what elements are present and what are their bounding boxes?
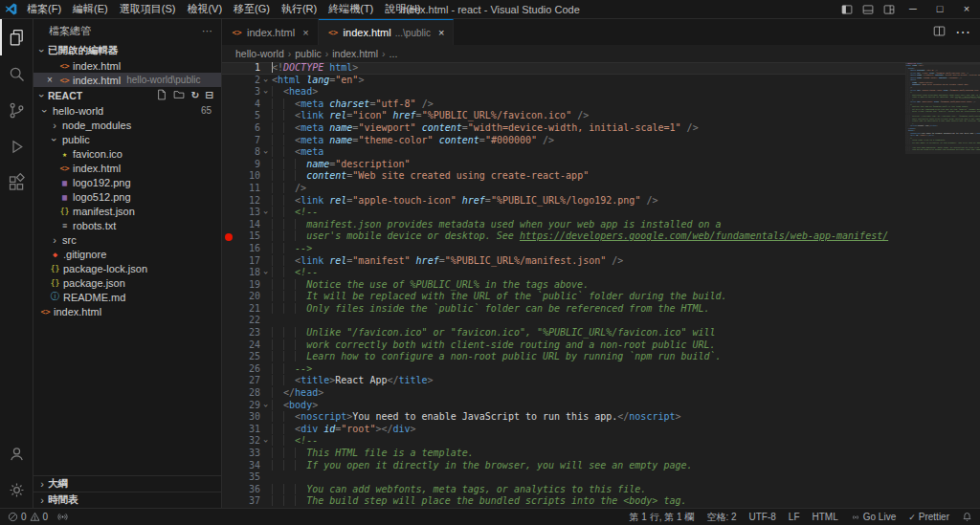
customize-layout-icon[interactable]: [879, 4, 900, 15]
code-line[interactable]: 12 <link rel="apple-touch-icon" href="%P…: [222, 195, 905, 208]
minimize-button[interactable]: ─: [900, 0, 926, 18]
menu-item[interactable]: 說明(H): [379, 0, 426, 18]
minimap[interactable]: 1<!DOCTYPE html>2›<html lang="en">3› <he…: [905, 62, 980, 508]
code-line[interactable]: 19 Notice the use of %PUBLIC_URL% in the…: [222, 279, 905, 292]
code-line[interactable]: 17 <link rel="manifest" href="%PUBLIC_UR…: [222, 255, 905, 268]
tree-file[interactable]: {}package-lock.json: [33, 261, 221, 275]
breakpoint-margin[interactable]: [222, 219, 235, 231]
breakpoint-margin[interactable]: [222, 411, 235, 424]
code-line[interactable]: 16 -->: [222, 243, 905, 255]
tree-file[interactable]: ◆.gitignore: [33, 247, 221, 261]
fold-icon[interactable]: ›: [260, 86, 273, 98]
maximize-button[interactable]: □: [926, 0, 953, 18]
tree-folder[interactable]: ›node_modules: [33, 118, 221, 132]
tree-file[interactable]: ▦logo192.png: [33, 175, 221, 189]
code-line[interactable]: 27 <title>React App</title>: [222, 375, 905, 387]
tree-folder[interactable]: ›public: [33, 132, 221, 146]
code-line[interactable]: 6 <meta name="viewport" content="width=d…: [222, 122, 905, 135]
open-editor-item[interactable]: ×<>index.htmlhello-world\public: [33, 73, 221, 87]
breakpoint-margin[interactable]: [222, 484, 235, 496]
breakpoint-margin[interactable]: [222, 267, 235, 279]
breakpoint-margin[interactable]: [222, 135, 235, 147]
breakpoint-margin[interactable]: [222, 75, 235, 87]
code-line[interactable]: 26 -->: [222, 363, 905, 376]
code-line[interactable]: 13› <!--: [222, 207, 905, 219]
code-line[interactable]: 8› <meta: [222, 146, 905, 159]
tree-file[interactable]: ▦logo512.png: [33, 189, 221, 204]
open-editors-header[interactable]: › 已開啟的編輯器: [33, 42, 221, 58]
code-line[interactable]: 20 It will be replaced with the URL of t…: [222, 291, 905, 303]
code-line[interactable]: 18› <!--: [222, 267, 905, 279]
breakpoint-margin[interactable]: [222, 146, 235, 159]
breakpoint-margin[interactable]: [222, 315, 235, 327]
tree-file[interactable]: ≡robots.txt: [33, 218, 221, 232]
menu-item[interactable]: 執行(R): [276, 0, 323, 18]
outline-section-header[interactable]: › 大綱: [33, 475, 221, 492]
bell-icon[interactable]: [962, 512, 972, 522]
close-icon[interactable]: ×: [438, 27, 444, 38]
breakpoint-margin[interactable]: [222, 448, 235, 460]
code-line[interactable]: 22: [222, 315, 905, 327]
go-live-button[interactable]: Go Live: [851, 512, 896, 522]
project-section-header[interactable]: › REACT ↻ ⊟: [33, 87, 221, 103]
tab[interactable]: <>index.html×: [222, 19, 319, 45]
fold-icon[interactable]: ›: [260, 146, 273, 158]
tree-file[interactable]: <>index.html: [33, 304, 221, 318]
breakpoint-margin[interactable]: [222, 207, 235, 219]
code-line[interactable]: 23 Unlike "/favicon.ico" or "favicon.ico…: [222, 327, 905, 339]
tree-file[interactable]: <>index.html: [33, 161, 221, 175]
new-file-icon[interactable]: [156, 89, 167, 102]
code-line[interactable]: 37 The build step will place the bundled…: [222, 495, 905, 508]
refresh-icon[interactable]: ↻: [190, 89, 199, 102]
settings-gear-icon[interactable]: [0, 471, 33, 508]
code-line[interactable]: 9 name="description": [222, 159, 905, 171]
breakpoint-margin[interactable]: [222, 303, 235, 316]
tree-file[interactable]: {}manifest.json: [33, 204, 221, 218]
menu-item[interactable]: 終端機(T): [323, 0, 379, 18]
breadcrumb-item[interactable]: public: [295, 48, 321, 59]
code-line[interactable]: 34 If you open it directly in the browse…: [222, 460, 905, 472]
code-line[interactable]: 5 <link rel="icon" href="%PUBLIC_URL%/fa…: [222, 110, 905, 122]
collapse-all-icon[interactable]: ⊟: [205, 89, 213, 102]
editor-more-actions-icon[interactable]: ⋯: [955, 23, 970, 41]
code-line[interactable]: 31 <div id="root"></div>: [222, 424, 905, 436]
breakpoint-margin[interactable]: [222, 255, 235, 268]
fold-icon[interactable]: ›: [260, 436, 273, 448]
breakpoint-margin[interactable]: [222, 471, 235, 484]
code-line[interactable]: 11 />: [222, 183, 905, 195]
code-line[interactable]: 32› <!--: [222, 435, 905, 448]
breakpoint-margin[interactable]: [222, 279, 235, 292]
code-line[interactable]: 28 </head>: [222, 387, 905, 400]
code-line[interactable]: 14 manifest.json provides metadata used …: [222, 219, 905, 231]
minimap-slider[interactable]: [905, 62, 980, 154]
fold-icon[interactable]: ›: [260, 75, 273, 86]
breakpoint-margin[interactable]: [222, 435, 235, 448]
indentation-status[interactable]: 空格: 2: [706, 511, 736, 524]
tree-file[interactable]: {}package.json: [33, 275, 221, 290]
breakpoint-margin[interactable]: [222, 170, 235, 183]
tree-file[interactable]: ★favicon.ico: [33, 146, 221, 161]
breakpoint-margin[interactable]: [222, 339, 235, 352]
breakpoint-margin[interactable]: [222, 86, 235, 98]
menu-item[interactable]: 檔案(F): [21, 0, 67, 18]
code-line[interactable]: 25 Learn how to configure a non-root pub…: [222, 351, 905, 363]
fold-icon[interactable]: ›: [260, 207, 273, 218]
timeline-section-header[interactable]: › 時間表: [33, 492, 221, 508]
code-line[interactable]: 10 content="Web site created using creat…: [222, 170, 905, 183]
code-line[interactable]: 35: [222, 471, 905, 484]
toggle-sidebar-icon[interactable]: [836, 4, 858, 15]
tree-folder[interactable]: ›src: [33, 232, 221, 247]
explorer-icon[interactable]: [0, 19, 33, 55]
code-line[interactable]: 33 This HTML file is a template.: [222, 448, 905, 460]
breakpoint-margin[interactable]: [222, 230, 235, 243]
code-line[interactable]: 7 <meta name="theme-color" content="#000…: [222, 135, 905, 147]
breakpoint-margin[interactable]: [222, 195, 235, 208]
menu-item[interactable]: 選取項目(S): [114, 0, 182, 18]
breakpoint-margin[interactable]: [222, 291, 235, 303]
breakpoint-margin[interactable]: [222, 460, 235, 472]
tab[interactable]: <>index.html...\public×: [319, 19, 455, 45]
breakpoint-margin[interactable]: [222, 110, 235, 122]
split-editor-icon[interactable]: [933, 24, 946, 41]
open-editor-item[interactable]: <>index.html: [33, 58, 221, 73]
breakpoint-margin[interactable]: [222, 375, 235, 387]
